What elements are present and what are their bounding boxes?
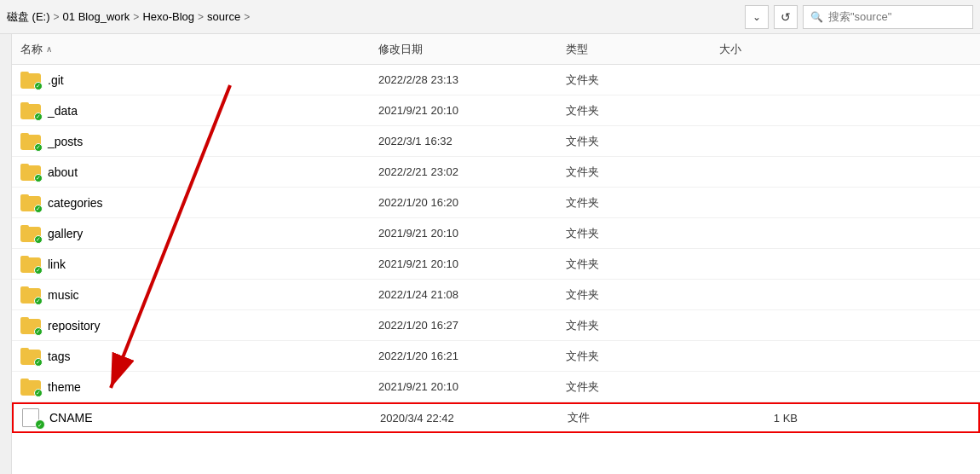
main-content: 名称 ∧ 修改日期 类型 大小 .git 2022/2/28 23:13 [0,34,980,474]
sep-1: > [133,11,139,23]
search-box: 🔍 [803,5,973,29]
file-name: CNAME [49,411,93,425]
file-cell-type: 文件夹 [566,195,719,211]
folder-icon [20,225,41,242]
table-row[interactable]: about 2022/2/21 23:02 文件夹 [12,157,980,188]
file-cell-name: theme [20,379,378,396]
file-cell-name: about [20,164,378,181]
file-cell-date: 2022/1/20 16:21 [378,350,566,362]
file-icon [22,408,43,427]
address-controls: ⌄ ↺ 🔍 [745,5,973,29]
folder-icon [20,194,41,211]
file-cell-type: 文件夹 [566,318,719,333]
file-cell-name: _data [20,102,378,119]
file-cell-date: 2021/9/21 20:10 [378,227,566,240]
file-cell-type: 文件夹 [566,226,719,241]
file-name: theme [48,380,81,394]
file-cell-name: tags [20,348,378,365]
file-cell-type: 文件夹 [566,103,719,118]
address-bar: 磁盘 (E:) > 01 Blog_work > Hexo-Blog > sou… [0,0,980,34]
file-name: _posts [48,135,83,148]
table-row[interactable]: gallery 2021/9/21 20:10 文件夹 [12,218,980,249]
col-header-date[interactable]: 修改日期 [378,42,566,57]
file-name: tags [48,350,70,363]
table-row[interactable]: music 2022/1/24 21:08 文件夹 [12,280,980,310]
file-cell-date: 2021/9/21 20:10 [378,104,566,117]
folder-icon [20,379,41,396]
table-row[interactable]: repository 2022/1/20 16:27 文件夹 [12,310,980,341]
breadcrumb-blog-work[interactable]: 01 Blog_work [63,10,130,23]
file-cell-type: 文件夹 [566,287,719,303]
file-cell-name: categories [20,194,378,211]
file-cell-type: 文件夹 [566,379,719,395]
file-cell-name: .git [20,72,378,89]
breadcrumb-hexo-blog[interactable]: Hexo-Blog [142,10,194,23]
file-cell-name: CNAME [22,408,380,427]
breadcrumb-drive[interactable]: 磁盘 (E:) [7,9,50,25]
file-name: music [48,288,79,302]
search-icon: 🔍 [810,11,823,23]
file-rows: .git 2022/2/28 23:13 文件夹 _data 2021/9/21… [12,65,980,474]
file-cell-name: _posts [20,133,378,150]
file-cell-date: 2022/3/1 16:32 [378,135,566,147]
file-list: 名称 ∧ 修改日期 类型 大小 .git 2022/2/28 23:13 [12,34,980,474]
file-cell-type: 文件夹 [566,165,719,180]
file-name: link [48,257,66,271]
file-cell-type: 文件夹 [566,257,719,272]
folder-icon [20,348,41,365]
breadcrumb-source[interactable]: source [207,10,240,23]
folder-icon [20,317,41,334]
folder-icon [20,164,41,181]
file-cell-type: 文件夹 [566,349,719,364]
table-row[interactable]: link 2021/9/21 20:10 文件夹 [12,249,980,280]
file-cell-name: music [20,286,378,303]
file-name: .git [48,73,64,87]
col-header-name[interactable]: 名称 ∧ [20,42,378,57]
sep-0: > [54,11,60,23]
file-cell-type: 文件夹 [566,134,719,149]
sidebar-scrollbar [0,34,12,474]
folder-icon [20,102,41,119]
table-row[interactable]: _posts 2022/3/1 16:32 文件夹 [12,126,980,157]
folder-icon [20,256,41,273]
search-input[interactable] [828,10,965,23]
folder-icon [20,133,41,150]
sep-2: > [198,11,204,23]
file-cell-name: link [20,256,378,273]
file-cell-type: 文件 [568,410,721,425]
file-name: about [48,165,78,179]
column-headers: 名称 ∧ 修改日期 类型 大小 [12,34,980,65]
table-row[interactable]: tags 2022/1/20 16:21 文件夹 [12,341,980,372]
sort-arrow-icon: ∧ [46,44,52,54]
file-cell-date: 2021/9/21 20:10 [378,257,566,270]
breadcrumb[interactable]: 磁盘 (E:) > 01 Blog_work > Hexo-Blog > sou… [7,9,250,25]
file-cell-date: 2022/1/20 16:27 [378,319,566,332]
refresh-button[interactable]: ↺ [774,5,798,29]
file-name: categories [48,196,103,210]
file-cell-date: 2021/9/21 20:10 [378,380,566,393]
file-cell-name: repository [20,317,378,334]
dropdown-button[interactable]: ⌄ [745,5,769,29]
table-row[interactable]: CNAME 2020/3/4 22:42 文件 1 KB [12,402,980,433]
table-row[interactable]: .git 2022/2/28 23:13 文件夹 [12,65,980,95]
file-cell-type: 文件夹 [566,72,719,88]
file-cell-date: 2022/1/20 16:20 [378,196,566,209]
file-cell-date: 2022/2/28 23:13 [378,73,566,86]
table-row[interactable]: theme 2021/9/21 20:10 文件夹 [12,372,980,402]
file-cell-size: 1 KB [721,412,806,425]
file-cell-date: 2022/1/24 21:08 [378,288,566,301]
sep-3: > [244,11,250,23]
file-name: _data [48,104,78,118]
folder-icon [20,72,41,89]
folder-icon [20,286,41,303]
file-cell-name: gallery [20,225,378,242]
file-name: repository [48,319,100,332]
file-cell-date: 2022/2/21 23:02 [378,165,566,178]
table-row[interactable]: _data 2021/9/21 20:10 文件夹 [12,95,980,126]
col-header-size[interactable]: 大小 [719,42,804,57]
file-name: gallery [48,227,83,240]
table-row[interactable]: categories 2022/1/20 16:20 文件夹 [12,188,980,218]
file-cell-date: 2020/3/4 22:42 [380,412,568,425]
col-header-type[interactable]: 类型 [566,42,719,57]
